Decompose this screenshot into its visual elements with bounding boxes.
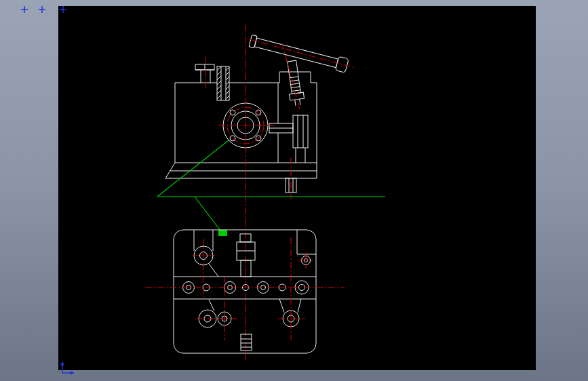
cross-marker-icon <box>39 6 45 13</box>
drawing-canvas[interactable] <box>0 0 588 381</box>
cad-window <box>0 0 588 381</box>
viewport-background[interactable] <box>58 6 536 370</box>
cross-marker-icon <box>21 6 28 13</box>
grip-square[interactable] <box>218 230 227 236</box>
